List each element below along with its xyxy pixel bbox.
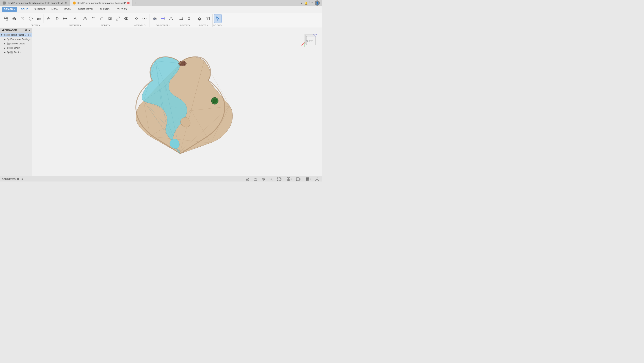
torus-button[interactable] — [35, 14, 43, 23]
bottom-bar: COMMENTS ⚙ ⇥ ▾ ▾ ▾ ▾ — [0, 176, 322, 181]
joint-button[interactable] — [132, 14, 140, 23]
midplane-button[interactable] — [159, 14, 167, 23]
shell-button[interactable] — [106, 14, 114, 23]
svg-rect-85 — [307, 179, 308, 180]
zoom-button[interactable] — [268, 177, 274, 181]
svg-point-31 — [8, 52, 9, 53]
viewport-mode-button[interactable]: ▾ — [295, 177, 302, 181]
root-visibility-icon[interactable] — [4, 33, 7, 36]
grid-button[interactable]: ▾ — [304, 177, 312, 181]
tab-plastic[interactable]: PLASTIC — [96, 7, 112, 12]
display-dropdown-icon[interactable]: ▾ — [291, 178, 292, 180]
home-view-button[interactable] — [245, 177, 251, 181]
document-settings-item[interactable]: ▶ Document Settings — [0, 37, 32, 41]
automate-group-label: AUTOMATE ▾ — [69, 24, 81, 26]
tab-mesh[interactable]: MESH — [48, 7, 62, 12]
root-item-label: Heart Puzzle pendants with... — [11, 34, 27, 36]
revolve-button[interactable] — [53, 14, 60, 23]
new-tab-button[interactable]: + — [132, 1, 138, 5]
svg-point-90 — [316, 178, 318, 179]
browser-settings-icon[interactable]: ⚙ — [25, 29, 27, 32]
origin-folder-icon — [10, 46, 13, 49]
browser-resize-icon[interactable]: ⇥ — [28, 29, 30, 32]
chamfer-button[interactable] — [98, 14, 106, 23]
camera-button[interactable] — [252, 177, 258, 181]
as-built-joint-button[interactable] — [140, 14, 148, 23]
measure-button[interactable] — [177, 14, 185, 23]
named-views-expand[interactable]: ▶ — [4, 42, 6, 45]
named-views-item[interactable]: ▶ Named Views — [0, 41, 32, 46]
combine-button[interactable] — [122, 14, 130, 23]
bottom-user-icon[interactable] — [314, 177, 320, 181]
press-pull-button[interactable] — [81, 14, 89, 23]
svg-rect-9 — [84, 19, 87, 20]
root-settings-icon[interactable] — [28, 33, 31, 36]
svg-rect-81 — [306, 178, 307, 178]
named-views-folder-icon — [7, 42, 10, 45]
close-tab1-button[interactable]: ✕ — [65, 2, 67, 4]
fillet-button[interactable] — [90, 14, 97, 23]
pan-button[interactable] — [260, 177, 266, 181]
plane-angle-button[interactable] — [167, 14, 175, 23]
user-avatar[interactable]: 👤 — [315, 0, 320, 5]
automate-button[interactable] — [71, 14, 79, 23]
offset-plane-button[interactable] — [151, 14, 158, 23]
comments-resize-icon[interactable]: ⇥ — [20, 178, 23, 181]
grid-dropdown-icon[interactable]: ▾ — [310, 178, 311, 180]
scale-button[interactable] — [114, 14, 122, 23]
tab1[interactable]: Heart Puzzle pendants with magnet try to… — [0, 0, 70, 6]
help-icon[interactable]: ? — [312, 1, 313, 4]
svg-line-36 — [302, 42, 305, 45]
bodies-expand[interactable]: ▶ — [4, 51, 6, 53]
move-button[interactable] — [61, 14, 69, 23]
root-expand-arrow[interactable]: ▶ — [0, 34, 3, 36]
box-button[interactable] — [10, 14, 18, 23]
view-cube[interactable]: FRONT — [300, 32, 318, 49]
svg-rect-12 — [109, 18, 111, 19]
grid-apps-icon[interactable]: ⠿ — [301, 1, 303, 4]
new-component-button[interactable] — [2, 14, 10, 23]
bodies-visibility-icon[interactable] — [7, 51, 10, 54]
viewport[interactable]: FRONT — [32, 28, 322, 176]
select-button[interactable] — [214, 14, 222, 23]
toolbar-top: DESIGN ▾ SOLID SURFACE MESH FORM SHEET M… — [0, 6, 322, 13]
tab-utilities[interactable]: UTILITIES — [112, 7, 130, 12]
zoom-dropdown-icon[interactable]: ▾ — [281, 178, 282, 180]
viewport-dropdown-icon[interactable]: ▾ — [300, 178, 301, 180]
sphere-button[interactable] — [27, 14, 34, 23]
browser-header: ◀ BROWSER ⚙ ⇥ — [0, 28, 32, 33]
cylinder-button[interactable] — [18, 14, 26, 23]
browser-root-item[interactable]: ▶ Heart Puzzle pendants with... — [0, 33, 32, 37]
notification-badge[interactable]: 🔔 1 — [304, 1, 310, 5]
create-group-label: CREATE ▾ — [31, 24, 40, 26]
browser-header-icons: ⚙ ⇥ — [25, 29, 30, 32]
origin-visibility-icon[interactable] — [7, 46, 10, 49]
svg-rect-18 — [161, 17, 164, 18]
svg-point-14 — [126, 17, 128, 20]
tab-form[interactable]: FORM — [62, 7, 74, 12]
tab-solid[interactable]: SOLID — [18, 7, 31, 12]
origin-expand[interactable]: ▶ — [4, 46, 6, 49]
zoom-fit-button[interactable]: ▾ — [276, 177, 284, 181]
insert-svg-button[interactable] — [204, 14, 212, 23]
tab-surface[interactable]: SURFACE — [31, 7, 48, 12]
design-button[interactable]: DESIGN ▾ — [2, 7, 17, 12]
comments-label: COMMENTS — [2, 178, 16, 180]
collapse-browser-icon[interactable]: ◀ — [2, 29, 4, 32]
doc-settings-expand[interactable]: ▶ — [4, 38, 6, 40]
svg-rect-16 — [143, 18, 144, 19]
display-mode-button[interactable]: ▾ — [285, 177, 293, 181]
bodies-item[interactable]: ▶ Bodies — [0, 50, 32, 54]
close-tab2-button[interactable]: ✕ — [127, 2, 130, 4]
svg-point-7 — [38, 18, 40, 19]
tab2[interactable]: Heart Puzzle pendants with magnet hearts… — [70, 0, 132, 6]
insert-mesh-button[interactable] — [196, 14, 204, 23]
tab-sheet-metal[interactable]: SHEET METAL — [74, 7, 96, 12]
extrude-button[interactable] — [45, 14, 52, 23]
origin-item[interactable]: ▶ Origin — [0, 46, 32, 50]
interference-button[interactable] — [186, 14, 193, 23]
select-group-label: SELECT ▾ — [213, 24, 222, 26]
svg-point-5 — [29, 18, 32, 19]
comments-settings-icon[interactable]: ⚙ — [17, 178, 19, 181]
bottom-controls: ▾ ▾ ▾ ▾ — [245, 177, 320, 181]
